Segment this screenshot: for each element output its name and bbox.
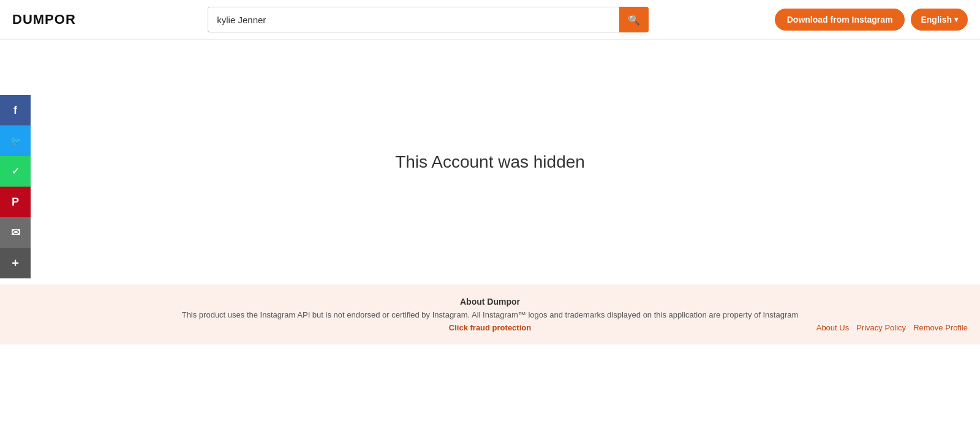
search-input[interactable] (208, 7, 619, 32)
footer-title: About Dumpor (12, 297, 968, 307)
footer: About Dumpor This product uses the Insta… (0, 285, 980, 344)
whatsapp-share-button[interactable]: ✓ (0, 156, 31, 187)
header-actions: Download from Instagram English (775, 9, 968, 31)
pinterest-share-button[interactable]: P (0, 187, 31, 217)
click-fraud-link[interactable]: Click fraud protection (449, 323, 531, 332)
download-button[interactable]: Download from Instagram (775, 9, 905, 31)
facebook-icon: f (13, 104, 17, 117)
search-icon: 🔍 (628, 14, 640, 26)
social-sidebar: f 🐦 ✓ P ✉ + (0, 95, 31, 278)
twitter-share-button[interactable]: 🐦 (0, 125, 31, 156)
remove-profile-link[interactable]: Remove Profile (913, 323, 968, 332)
email-icon: ✉ (11, 226, 20, 239)
more-icon: + (12, 256, 19, 270)
about-us-link[interactable]: About Us (816, 323, 849, 332)
account-hidden-message: This Account was hidden (395, 152, 585, 172)
facebook-share-button[interactable]: f (0, 95, 31, 125)
header: DUMPOR 🔍 Download from Instagram English (0, 0, 980, 40)
footer-description: This product uses the Instagram API but … (12, 310, 968, 319)
pinterest-icon: P (12, 196, 19, 209)
more-share-button[interactable]: + (0, 248, 31, 278)
site-logo: DUMPOR (12, 12, 76, 28)
twitter-icon: 🐦 (10, 136, 21, 146)
email-share-button[interactable]: ✉ (0, 217, 31, 248)
main-content: This Account was hidden (0, 40, 980, 285)
search-button[interactable]: 🔍 (619, 7, 649, 32)
language-button[interactable]: English (911, 9, 968, 31)
privacy-policy-link[interactable]: Privacy Policy (856, 323, 906, 332)
search-container: 🔍 (208, 7, 649, 32)
whatsapp-icon: ✓ (12, 166, 20, 177)
